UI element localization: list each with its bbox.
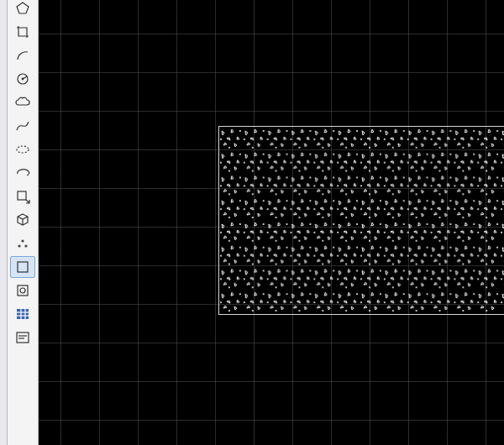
ellipse-tool[interactable] [10,139,35,160]
hatch-tool[interactable] [10,256,35,278]
cloud-icon [15,95,30,110]
polygon-tool[interactable] [10,0,35,19]
open-ellipse-icon [15,165,30,181]
gradient-swatch-icon [15,283,30,298]
ellipse-arc-tool[interactable] [10,162,35,184]
block-insert-icon [15,189,30,204]
block-create-icon [15,212,30,228]
points-icon [15,236,30,251]
rectangle-tool[interactable] [10,21,35,43]
crop-rect-icon [15,24,30,39]
arc-icon [15,48,30,63]
revision-cloud-tool[interactable] [10,92,35,113]
insert-block-tool[interactable] [10,186,35,207]
point-tool[interactable] [10,233,35,254]
app-root [0,0,504,445]
circle-tool[interactable] [10,68,35,90]
ellipse-dashed-icon [15,142,30,157]
spline-icon [15,118,30,134]
hatch-object[interactable] [218,126,504,315]
table-grid-icon [15,306,30,322]
svg-rect-3 [219,127,504,314]
arc-tool[interactable] [10,44,35,66]
gradient-tool[interactable] [10,280,35,301]
multiline-text-tool[interactable] [10,327,35,348]
table-tool[interactable] [10,303,35,325]
hatch-pattern-fill [219,127,504,314]
make-block-tool[interactable] [10,209,35,231]
pentagon-icon [15,1,30,16]
draw-toolbar [7,0,39,445]
circle-center-icon [15,71,30,86]
mtext-icon [15,330,30,345]
drawing-canvas[interactable] [39,0,504,445]
panel-gutter [0,0,7,445]
spline-tool[interactable] [10,115,35,137]
hatch-icon [15,259,30,275]
